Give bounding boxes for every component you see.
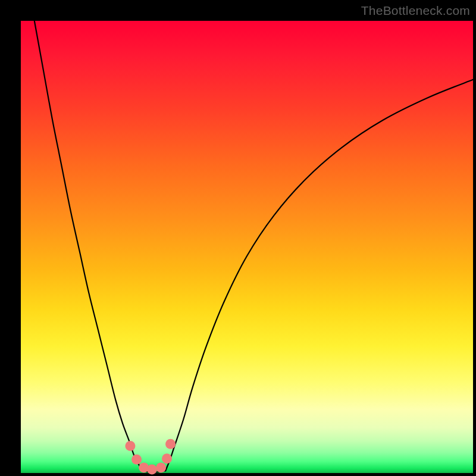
data-marker [165, 439, 176, 449]
curve-layer [35, 21, 473, 472]
data-marker [147, 464, 157, 474]
marker-layer [125, 439, 176, 475]
plot-area [21, 21, 473, 473]
left-curve [35, 21, 143, 471]
data-marker [125, 441, 135, 451]
data-marker [131, 455, 142, 465]
chart-frame: TheBottleneck.com [0, 0, 476, 476]
chart-svg [21, 21, 473, 473]
right-curve [165, 80, 473, 471]
data-marker [156, 462, 166, 472]
data-marker [162, 453, 172, 464]
watermark-text: TheBottleneck.com [361, 4, 470, 18]
